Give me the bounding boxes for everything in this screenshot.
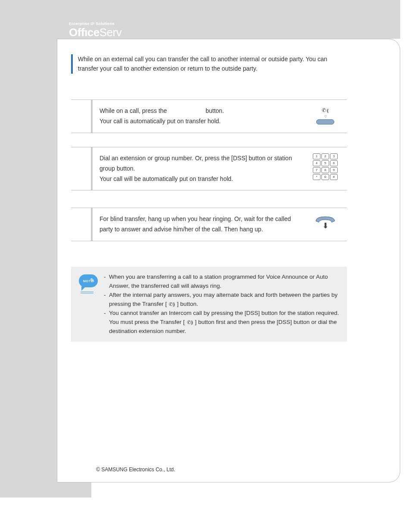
soundwave-icon: ⸩	[327, 107, 329, 114]
footer-copyright: © SAMSUNG Electronics Co., Ltd.	[96, 467, 175, 473]
step-3: For blind transfer, hang up when you hea…	[71, 208, 347, 241]
pill-button-icon	[316, 119, 334, 124]
step-2-text: Dial an extension or group number. Or, p…	[100, 153, 308, 184]
key-2: 2	[321, 153, 329, 159]
inner-left-column	[22, 39, 57, 498]
step-num-col	[71, 208, 93, 241]
key-7: 7	[313, 167, 321, 173]
key-8: 8	[321, 167, 329, 173]
key-3: 3	[330, 153, 338, 159]
brand-tagline: Enterprise IP Solutions	[69, 22, 121, 26]
step-3-text: For blind transfer, hang up when you hea…	[100, 214, 308, 235]
note-text: -When you are transferring a call to a s…	[100, 273, 339, 336]
bottom-tab-gray	[57, 482, 91, 498]
key-hash: #	[330, 174, 338, 180]
down-caret-icon: ▽	[324, 116, 327, 118]
left-margin	[0, 0, 22, 498]
intro-text: While on an external call you can transf…	[78, 54, 347, 74]
arrow-down-icon: ⬇	[322, 224, 329, 228]
step-num-col	[71, 100, 93, 133]
page-frame: While on an external call you can transf…	[57, 39, 400, 482]
key-4: 4	[313, 160, 321, 166]
note-box: NOTE ✎ -When you are transferring a call…	[71, 267, 347, 342]
step-1: While on a call, press the button. Your …	[71, 100, 347, 133]
handset-icon: ✆	[322, 106, 326, 115]
key-0: 0	[321, 174, 329, 180]
intro-accent-bar	[71, 54, 73, 74]
key-5: 5	[321, 160, 329, 166]
step-1-text: While on a call, press the button. Your …	[100, 106, 308, 127]
pencil-icon: ✎	[90, 277, 96, 283]
top-left-block	[22, 0, 57, 39]
brand-wordmark: OffıceServ	[69, 26, 121, 39]
step-2: Dial an extension or group number. Or, p…	[71, 147, 347, 190]
key-1: 1	[313, 153, 321, 159]
transfer-inline-icon: ✆⸩	[187, 319, 193, 326]
key-6: 6	[330, 160, 338, 166]
transfer-inline-icon: ✆⸩	[168, 301, 175, 308]
key-9: 9	[330, 167, 338, 173]
step-num-col	[71, 147, 93, 190]
keypad-icon: 1 2 3 4 5 6 7 8 9 * 0 #	[313, 153, 338, 180]
hangup-icon: ⬇	[314, 214, 336, 228]
brand-logo: Enterprise IP Solutions OffıceServ	[69, 22, 121, 39]
transfer-button-icon: ✆ ⸩ ▽	[316, 106, 334, 124]
intro-block: While on an external call you can transf…	[71, 54, 347, 74]
note-icon: NOTE ✎	[77, 273, 100, 336]
key-star: *	[313, 174, 321, 180]
